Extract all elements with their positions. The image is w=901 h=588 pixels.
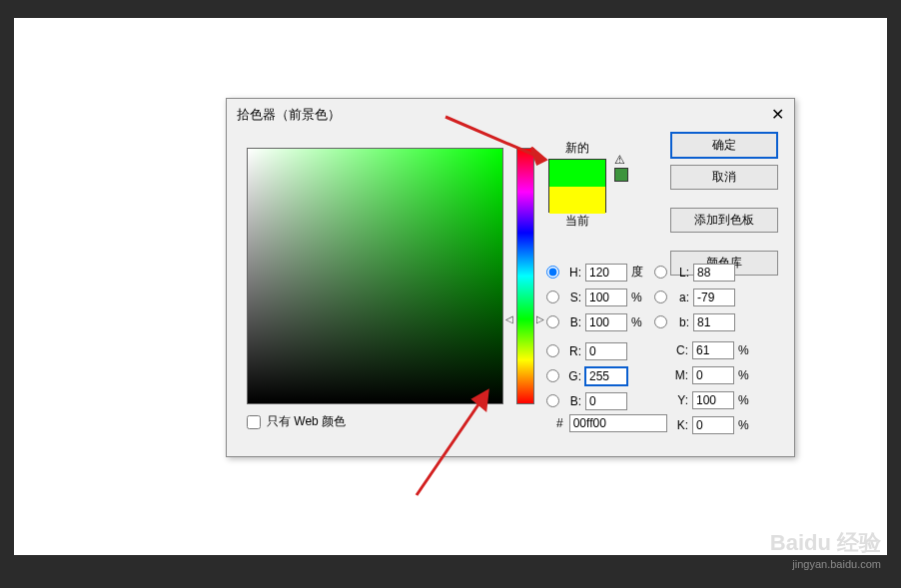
dialog-body: ◁ ▷ 只有 Web 颜色 新的 当前 ⚠ 确定 取消 添加到色板 颜色库 H: xyxy=(227,130,794,150)
input-g[interactable] xyxy=(585,367,627,385)
radio-l[interactable] xyxy=(654,266,667,279)
hsb-rgb-inputs: H: 度 S: % B: % R: xyxy=(546,260,645,413)
label-k: K: xyxy=(668,418,688,432)
input-h[interactable] xyxy=(585,264,627,282)
input-l[interactable] xyxy=(693,264,735,282)
new-color-swatch[interactable] xyxy=(549,160,605,187)
unit-h: 度 xyxy=(631,264,645,281)
hex-row: # xyxy=(556,414,667,432)
button-column: 确定 取消 添加到色板 颜色库 xyxy=(670,132,778,276)
input-a[interactable] xyxy=(693,289,735,306)
input-hex[interactable] xyxy=(569,414,667,432)
gamut-warning-swatch[interactable] xyxy=(614,168,628,182)
label-blue: B: xyxy=(563,394,581,408)
radio-s[interactable] xyxy=(546,291,559,303)
close-icon[interactable]: ✕ xyxy=(771,105,784,124)
input-m[interactable] xyxy=(692,366,734,384)
label-lab-b: b: xyxy=(671,315,689,329)
label-m: M: xyxy=(668,368,688,382)
radio-g[interactable] xyxy=(546,369,559,382)
lab-inputs: L: a: b: xyxy=(654,260,735,334)
radio-lab-b[interactable] xyxy=(654,315,667,328)
unit-y: % xyxy=(738,393,752,407)
hue-slider[interactable] xyxy=(516,148,534,404)
unit-c: % xyxy=(738,343,752,357)
label-c: C: xyxy=(668,343,688,357)
input-r[interactable] xyxy=(585,342,627,360)
radio-r[interactable] xyxy=(546,344,559,357)
radio-a[interactable] xyxy=(654,291,667,303)
new-color-label: 新的 xyxy=(548,140,606,157)
unit-k: % xyxy=(738,418,752,432)
color-preview: 新的 当前 xyxy=(548,140,606,232)
hue-indicator-left: ◁ xyxy=(505,313,513,324)
dialog-title: 拾色器（前景色） xyxy=(237,106,341,124)
current-color-label: 当前 xyxy=(548,213,606,230)
web-colors-label: 只有 Web 颜色 xyxy=(267,413,346,430)
label-y: Y: xyxy=(668,393,688,407)
radio-brightness[interactable] xyxy=(546,315,559,328)
web-colors-checkbox[interactable] xyxy=(247,415,261,429)
ok-button[interactable]: 确定 xyxy=(670,132,778,159)
add-swatch-button[interactable]: 添加到色板 xyxy=(670,208,778,233)
unit-m: % xyxy=(738,368,752,382)
input-s[interactable] xyxy=(585,289,627,306)
input-blue[interactable] xyxy=(585,392,627,410)
unit-s: % xyxy=(631,291,645,304)
cancel-button[interactable]: 取消 xyxy=(670,165,778,190)
input-y[interactable] xyxy=(692,391,734,409)
input-lab-b[interactable] xyxy=(693,313,735,331)
watermark-sub: jingyan.baidu.com xyxy=(770,558,881,570)
label-a: a: xyxy=(671,291,689,304)
input-brightness[interactable] xyxy=(585,313,627,331)
hue-indicator-right: ▷ xyxy=(536,313,544,324)
swatch-stack xyxy=(548,159,606,213)
radio-h[interactable] xyxy=(546,266,559,279)
color-picker-dialog: 拾色器（前景色） ✕ ◁ ▷ 只有 Web 颜色 新的 当前 ⚠ 确定 取消 添… xyxy=(226,98,795,457)
color-field[interactable] xyxy=(247,148,503,404)
label-r: R: xyxy=(563,344,581,358)
unit-brightness: % xyxy=(631,315,645,329)
label-l: L: xyxy=(671,266,689,280)
radio-blue[interactable] xyxy=(546,394,559,407)
label-h: H: xyxy=(563,266,581,280)
label-brightness: B: xyxy=(563,315,581,329)
dialog-titlebar: 拾色器（前景色） ✕ xyxy=(227,99,794,130)
gamut-warning-icon[interactable]: ⚠ xyxy=(614,153,625,167)
label-g: G: xyxy=(563,369,581,383)
input-c[interactable] xyxy=(692,341,734,359)
hex-label: # xyxy=(556,416,563,430)
label-s: S: xyxy=(563,291,581,304)
web-colors-checkbox-row: 只有 Web 颜色 xyxy=(247,413,346,430)
current-color-swatch[interactable] xyxy=(549,187,605,214)
input-k[interactable] xyxy=(692,416,734,434)
cmyk-inputs: C: % M: % Y: % K: % xyxy=(668,337,752,437)
